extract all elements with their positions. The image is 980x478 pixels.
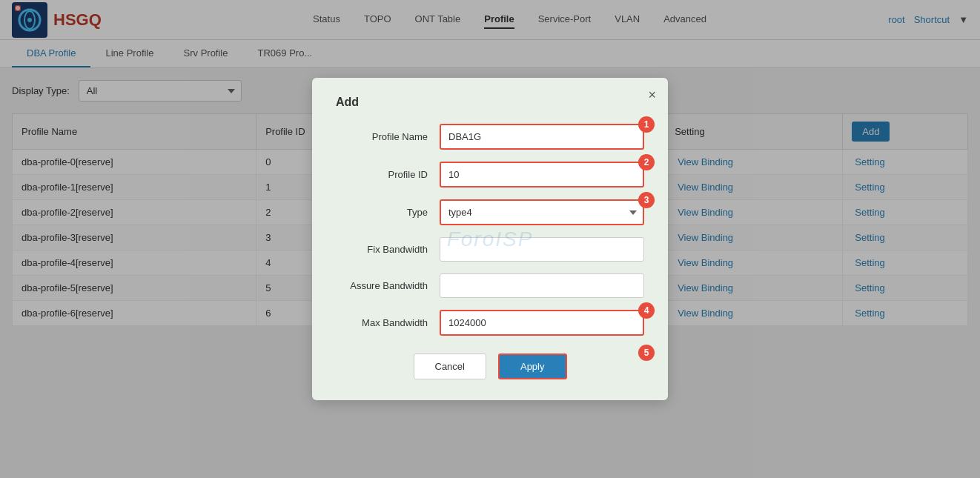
max-bandwidth-input[interactable] (440, 310, 644, 336)
badge-4: 4 (638, 302, 655, 319)
badge-3: 3 (638, 192, 655, 208)
type-select[interactable]: type1 type2 type3 type4 (440, 199, 644, 225)
profile-id-label: Profile ID (336, 169, 440, 180)
badge-1: 1 (638, 116, 655, 133)
fix-bandwidth-row: Fix Bandwidth (336, 237, 644, 262)
badge-2: 2 (638, 154, 655, 170)
modal-overlay: Add × ForoISP Profile Name 1 Profile ID … (0, 0, 980, 478)
type-row: Type type1 type2 type3 type4 3 (336, 199, 644, 225)
profile-id-input[interactable] (440, 162, 644, 187)
assure-bandwidth-input[interactable] (440, 273, 644, 298)
assure-bandwidth-label: Assure Bandwidth (336, 280, 440, 291)
modal-footer: Cancel Apply 5 (336, 353, 644, 379)
fix-bandwidth-label: Fix Bandwidth (336, 244, 440, 255)
profile-name-input[interactable] (440, 124, 644, 150)
type-label: Type (336, 207, 440, 218)
badge-5: 5 (638, 345, 655, 361)
cancel-button[interactable]: Cancel (414, 353, 486, 379)
modal-close-button[interactable]: × (648, 88, 656, 102)
modal-title: Add (336, 96, 644, 109)
add-modal: Add × ForoISP Profile Name 1 Profile ID … (312, 78, 668, 400)
profile-id-row: Profile ID 2 (336, 162, 644, 187)
profile-name-row: Profile Name 1 (336, 124, 644, 150)
max-bandwidth-label: Max Bandwidth (336, 317, 440, 328)
apply-button[interactable]: Apply (498, 353, 567, 379)
assure-bandwidth-row: Assure Bandwidth (336, 273, 644, 298)
profile-name-label: Profile Name (336, 131, 440, 142)
max-bandwidth-row: Max Bandwidth 4 (336, 310, 644, 336)
fix-bandwidth-input[interactable] (440, 237, 644, 262)
